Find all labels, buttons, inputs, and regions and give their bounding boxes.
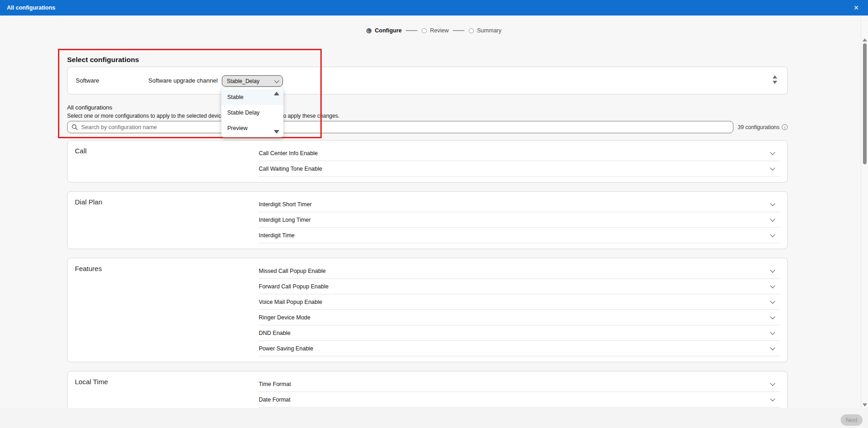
dropdown-option[interactable]: Stable Delay xyxy=(221,105,283,120)
category-rows: Time FormatDate Format xyxy=(259,376,780,407)
software-label: Software xyxy=(76,77,99,84)
page-title: All configurations xyxy=(7,5,55,11)
category-list: CallCall Center Info EnableCall Waiting … xyxy=(67,140,788,422)
chevron-down-icon[interactable] xyxy=(770,298,775,303)
software-card: Software Software upgrade channel Stable… xyxy=(67,67,788,94)
chevron-down-icon[interactable] xyxy=(770,329,775,334)
scrollbar-thumb[interactable] xyxy=(863,43,867,164)
config-row[interactable]: Voice Mail Popup Enable xyxy=(259,294,780,310)
config-row-label: Interdigit Time xyxy=(259,232,295,239)
config-row[interactable]: Call Waiting Tone Enable xyxy=(259,161,780,177)
header-bar: All configurations ✕ xyxy=(0,0,868,16)
search-input[interactable] xyxy=(81,124,729,130)
step-circle-icon xyxy=(422,28,427,33)
chevron-down-icon[interactable] xyxy=(770,314,775,319)
chevron-down-icon[interactable] xyxy=(770,165,775,170)
category-title: Call xyxy=(75,147,87,155)
config-row-label: DND Enable xyxy=(259,330,290,336)
config-row-label: Interdigit Long Timer xyxy=(259,217,311,223)
step-circle-icon xyxy=(366,28,371,33)
config-row-label: Call Center Info Enable xyxy=(259,150,318,157)
category-card: Local TimeTime FormatDate Format xyxy=(67,371,788,413)
category-title: Features xyxy=(75,265,102,272)
stepper-connector xyxy=(453,30,465,31)
chevron-down-icon[interactable] xyxy=(770,201,775,206)
scrollbar-up-icon[interactable] xyxy=(863,38,867,42)
chevron-down-icon[interactable] xyxy=(770,381,775,386)
config-row[interactable]: Power Saving Enable xyxy=(259,341,780,356)
config-row[interactable]: Forward Call Popup Enable xyxy=(259,279,780,294)
category-card: FeaturesMissed Call Popup EnableForward … xyxy=(67,258,788,362)
arrow-up-icon[interactable] xyxy=(773,75,777,78)
config-row[interactable]: Interdigit Long Timer xyxy=(259,212,780,228)
chevron-down-icon[interactable] xyxy=(770,267,775,272)
chevron-down-icon[interactable] xyxy=(770,216,775,221)
menu-scroll-up-icon[interactable] xyxy=(274,92,279,95)
search-box[interactable] xyxy=(67,121,733,133)
category-rows: Call Center Info EnableCall Waiting Tone… xyxy=(259,146,780,177)
footer-bar: Next xyxy=(0,408,868,428)
chevron-down-icon[interactable] xyxy=(770,150,775,155)
all-configurations-label: All configurations xyxy=(67,104,112,111)
vertical-scrollbar[interactable] xyxy=(861,16,868,408)
stepper-connector xyxy=(406,30,418,31)
config-row[interactable]: Interdigit Time xyxy=(259,228,780,243)
all-configurations-description: Select one or more configurations to app… xyxy=(67,113,788,119)
arrow-down-icon[interactable] xyxy=(773,81,777,84)
config-row-label: Call Waiting Tone Enable xyxy=(259,166,322,172)
wizard-stepper: ConfigureReviewSummary xyxy=(0,27,868,34)
chevron-down-icon xyxy=(274,78,279,83)
config-row-label: Forward Call Popup Enable xyxy=(259,283,329,290)
config-row[interactable]: Date Format xyxy=(259,392,780,407)
config-row[interactable]: DND Enable xyxy=(259,325,780,341)
configurations-count: 39 configurations i xyxy=(738,124,788,130)
upgrade-channel-dropdown-menu: StableStable DelayPreview xyxy=(221,88,283,137)
search-icon xyxy=(72,124,78,130)
collapse-expand-control[interactable] xyxy=(773,75,777,84)
step-label: Review xyxy=(430,27,449,34)
selected-channel-value: Stable_Delay xyxy=(227,78,274,84)
category-card: CallCall Center Info EnableCall Waiting … xyxy=(67,140,788,183)
stepper-step-summary: Summary xyxy=(469,27,501,34)
configurations-count-label: 39 configurations xyxy=(738,124,779,130)
config-row[interactable]: Time Format xyxy=(259,376,780,392)
chevron-down-icon[interactable] xyxy=(770,396,775,401)
close-icon[interactable]: ✕ xyxy=(853,0,859,16)
next-button[interactable]: Next xyxy=(841,414,863,426)
chevron-down-icon[interactable] xyxy=(770,283,775,288)
config-row-label: Missed Call Popup Enable xyxy=(259,268,326,274)
step-label: Summary xyxy=(477,27,501,34)
config-row[interactable]: Call Center Info Enable xyxy=(259,146,780,161)
scrollbar-down-icon[interactable] xyxy=(863,403,867,407)
config-row-label: Time Format xyxy=(259,381,291,387)
software-upgrade-channel-select[interactable]: Stable_Delay xyxy=(222,75,283,87)
category-rows: Interdigit Short TimerInterdigit Long Ti… xyxy=(259,197,780,243)
category-title: Dial Plan xyxy=(75,198,102,206)
stepper-step-configure: Configure xyxy=(366,27,402,34)
info-icon[interactable]: i xyxy=(782,124,788,130)
category-rows: Missed Call Popup EnableForward Call Pop… xyxy=(259,263,780,356)
stepper-step-review: Review xyxy=(422,27,449,34)
config-row[interactable]: Interdigit Short Timer xyxy=(259,197,780,212)
config-row-label: Ringer Device Mode xyxy=(259,314,310,321)
config-row-label: Interdigit Short Timer xyxy=(259,201,312,208)
category-card: Dial PlanInterdigit Short TimerInterdigi… xyxy=(67,191,788,249)
menu-scroll-down-icon[interactable] xyxy=(274,130,279,134)
config-row-label: Power Saving Enable xyxy=(259,345,314,352)
software-upgrade-channel-label: Software upgrade channel xyxy=(148,77,218,84)
search-row: 39 configurations i xyxy=(67,121,788,133)
chevron-down-icon[interactable] xyxy=(770,345,775,350)
chevron-down-icon[interactable] xyxy=(770,232,775,237)
config-row[interactable]: Ringer Device Mode xyxy=(259,310,780,325)
config-row[interactable]: Missed Call Popup Enable xyxy=(259,263,780,279)
category-title: Local Time xyxy=(75,378,108,386)
config-row-label: Voice Mail Popup Enable xyxy=(259,299,322,305)
step-label: Configure xyxy=(375,27,402,34)
section-heading: Select configurations xyxy=(67,56,139,64)
step-circle-icon xyxy=(469,28,474,33)
config-row-label: Date Format xyxy=(259,397,290,403)
